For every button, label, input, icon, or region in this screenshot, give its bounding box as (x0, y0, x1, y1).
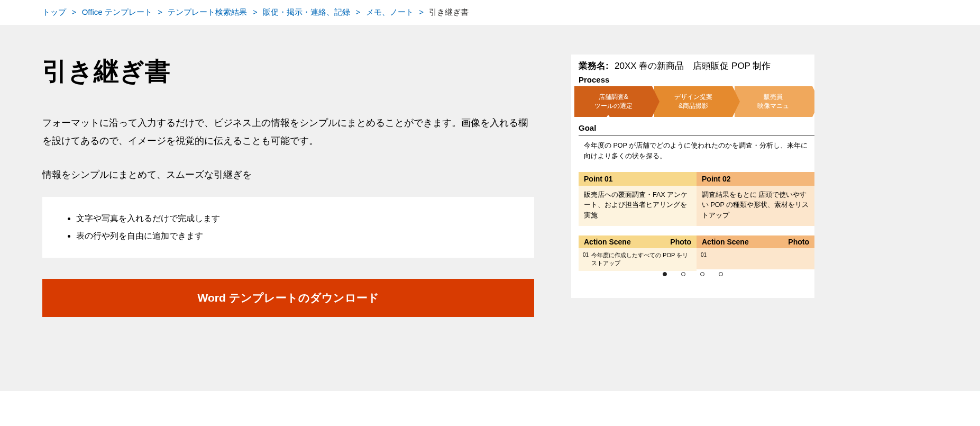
preview-point-body: 調査結果をもとに 店頭で使いやすい POP の種類や形状、素材をリストアップ (697, 186, 814, 226)
main-content: 引き継ぎ書 フォーマットに沿って入力するだけで、ビジネス上の情報をシンプルにまと… (0, 25, 980, 391)
preview-action-header-photo: Photo (788, 238, 809, 246)
preview-action-header-photo: Photo (670, 238, 691, 246)
preview-action-num: 01 (583, 251, 591, 268)
template-preview[interactable]: 業務名: 20XX 春の新商品 店頭販促 POP 制作 Process 店舗調査… (571, 55, 814, 298)
breadcrumb-sep: > (356, 7, 361, 16)
feature-item: 文字や写真を入れるだけで完成します (76, 210, 513, 228)
preview-process-step-line: 映像マニュ (757, 102, 789, 111)
breadcrumb-link-top[interactable]: トップ (42, 7, 66, 16)
preview-point-header: Point 01 (579, 172, 697, 186)
preview-field-value: 20XX 春の新商品 店頭販促 POP 制作 (615, 61, 771, 71)
description-primary: フォーマットに沿って入力するだけで、ビジネス上の情報をシンプルにまとめることがで… (42, 114, 534, 150)
preview-action: Action Scene Photo 01 今年度に作成したすべての POP を… (579, 235, 814, 271)
preview-point: Point 01 販売店への覆面調査・FAX アンケート、および担当者ヒアリング… (579, 172, 697, 226)
carousel-dot[interactable] (700, 272, 704, 276)
preview-action-header: Action Scene Photo (697, 235, 814, 248)
preview-process-step-line: デザイン提案 (674, 93, 712, 102)
preview-action-num: 01 (701, 251, 711, 266)
right-column: 業務名: 20XX 春の新商品 店頭販促 POP 制作 Process 店舗調査… (571, 55, 814, 317)
breadcrumb-sep: > (253, 7, 258, 16)
preview-marker (603, 115, 613, 122)
preview-action-text: 今年度に作成したすべての POP をリストアップ (591, 251, 692, 268)
preview-action-header-scene: Action Scene (702, 238, 749, 246)
breadcrumb-link-subcategory[interactable]: メモ、ノート (366, 7, 414, 16)
breadcrumb-link-office-templates[interactable]: Office テンプレート (82, 7, 152, 16)
breadcrumb-sep: > (71, 7, 76, 16)
preview-goal-text: 今年度の POP が店舗でどのように使われたのかを調査・分析し、来年に向けより多… (579, 135, 814, 166)
preview-process-row: 店舗調査& ツールの選定 デザイン提案 &商品撮影 販売員 映像マニュ (571, 86, 814, 117)
feature-list: 文字や写真を入れるだけで完成します 表の行や列を自由に追加できます (42, 197, 534, 258)
preview-point: Point 02 調査結果をもとに 店頭で使いやすい POP の種類や形状、素材… (697, 172, 814, 226)
breadcrumb-current: 引き継ぎ書 (429, 7, 469, 16)
preview-process-step-line: 販売員 (764, 93, 783, 102)
carousel-dot[interactable] (663, 272, 667, 276)
carousel-dot[interactable] (719, 272, 723, 276)
carousel-dots (571, 270, 814, 278)
breadcrumb-sep: > (419, 7, 424, 16)
preview-action-col: Action Scene Photo 01 (697, 235, 814, 271)
breadcrumb: トップ > Office テンプレート > テンプレート検索結果 > 販促・掲示… (0, 0, 980, 25)
preview-process-step: デザイン提案 &商品撮影 (654, 86, 732, 117)
preview-process-step: 販売員 映像マニュ (735, 86, 812, 117)
preview-process-step-line: 店舗調査& (599, 93, 628, 102)
preview-process-step-line: &商品撮影 (679, 102, 708, 111)
download-button[interactable]: Word テンプレートのダウンロード (42, 279, 534, 317)
preview-action-row: 01 (697, 248, 814, 269)
preview-goal-label: Goal (571, 122, 814, 134)
preview-action-col: Action Scene Photo 01 今年度に作成したすべての POP を… (579, 235, 697, 271)
preview-process-step: 店舗調査& ツールの選定 (574, 86, 652, 117)
preview-point-body: 販売店への覆面調査・FAX アンケート、および担当者ヒアリングを実施 (579, 186, 697, 226)
left-column: 引き継ぎ書 フォーマットに沿って入力するだけで、ビジネス上の情報をシンプルにまと… (42, 55, 534, 317)
preview-action-header-scene: Action Scene (584, 238, 631, 246)
feature-item: 表の行や列を自由に追加できます (76, 227, 513, 245)
breadcrumb-link-search-results[interactable]: テンプレート検索結果 (168, 7, 247, 16)
description-secondary: 情報をシンプルにまとめて、スムーズな引継ぎを (42, 166, 534, 184)
breadcrumb-link-category[interactable]: 販促・掲示・連絡、記録 (263, 7, 350, 16)
preview-process-step-line: ツールの選定 (594, 102, 633, 111)
preview-point-header: Point 02 (697, 172, 814, 186)
preview-points: Point 01 販売店への覆面調査・FAX アンケート、および担当者ヒアリング… (579, 172, 814, 226)
preview-process-label: Process (571, 72, 814, 86)
carousel-dot[interactable] (681, 272, 685, 276)
breadcrumb-sep: > (158, 7, 162, 16)
preview-action-header: Action Scene Photo (579, 235, 697, 248)
preview-field-label: 業務名: (579, 60, 609, 72)
preview-action-row: 01 今年度に作成したすべての POP をリストアップ (579, 248, 697, 271)
page-title: 引き継ぎ書 (42, 55, 534, 88)
